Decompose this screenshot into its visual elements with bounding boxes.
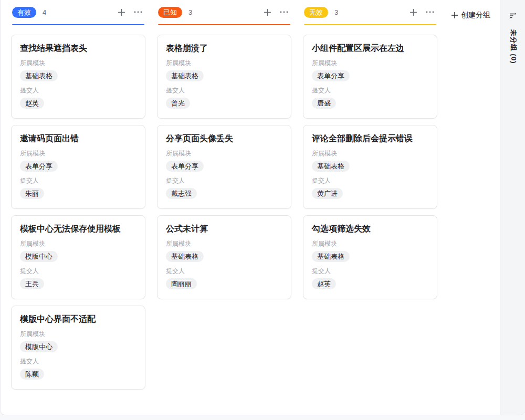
add-card-button[interactable] <box>261 6 274 18</box>
card-title: 小组件配置区展示在左边 <box>312 43 428 54</box>
group-cards: 表格崩溃了 所属模块 基础表格 提交人 曾光 分享页面头像丢失 所属模块 表单分… <box>157 25 291 299</box>
module-tag: 基础表格 <box>312 251 350 262</box>
add-card-button[interactable] <box>407 6 419 18</box>
submitter-field-label: 提交人 <box>312 267 428 275</box>
group-status-badge: 无效 <box>304 7 328 18</box>
ungrouped-collapsed-group[interactable]: 未分组 (0) <box>500 0 525 415</box>
module-field-label: 所属模块 <box>166 59 282 67</box>
group-cards: 查找结果遮挡表头 所属模块 基础表格 提交人 赵英 邀请码页面出错 所属模块 表… <box>11 25 145 390</box>
collapse-groups-icon[interactable] <box>507 9 519 22</box>
group-list: 有效 4 查找结果遮挡表头 所属模块 基础表格 提交人 赵英 邀请码页面出错 所… <box>11 0 437 390</box>
more-icon[interactable] <box>424 6 436 18</box>
module-field-label: 所属模块 <box>166 150 282 157</box>
submitter-tag: 陈颖 <box>20 369 44 380</box>
add-card-button[interactable] <box>115 6 128 18</box>
kanban-card[interactable]: 分享页面头像丢失 所属模块 表单分享 提交人 戴志强 <box>157 125 291 209</box>
group-header: 无效 3 <box>303 0 437 24</box>
submitter-tag: 王兵 <box>20 278 44 289</box>
submitter-field-label: 提交人 <box>20 358 136 365</box>
kanban-group-column: 已知 3 表格崩溃了 所属模块 基础表格 提交人 曾光 分享页面头像丢失 所属模… <box>157 0 291 390</box>
card-title: 评论全部删除后会提示错误 <box>312 133 428 144</box>
kanban-card[interactable]: 公式未计算 所属模块 基础表格 提交人 陶丽丽 <box>157 215 291 299</box>
more-icon[interactable] <box>278 6 290 18</box>
submitter-field-label: 提交人 <box>20 177 136 184</box>
submitter-tag: 赵英 <box>312 278 336 289</box>
more-icon[interactable] <box>132 6 144 18</box>
card-title: 公式未计算 <box>166 223 282 235</box>
card-title: 表格崩溃了 <box>166 43 282 54</box>
module-field-label: 所属模块 <box>312 150 428 157</box>
module-field-label: 所属模块 <box>20 330 136 338</box>
module-tag: 表单分享 <box>312 70 350 81</box>
group-cards: 小组件配置区展示在左边 所属模块 表单分享 提交人 唐盛 评论全部删除后会提示错… <box>303 25 437 299</box>
module-field-label: 所属模块 <box>20 240 136 247</box>
module-field-label: 所属模块 <box>20 150 136 157</box>
card-title: 分享页面头像丢失 <box>166 133 282 144</box>
submitter-tag: 唐盛 <box>312 98 336 109</box>
submitter-tag: 陶丽丽 <box>166 278 197 289</box>
card-title: 模板中心无法保存使用模板 <box>20 223 136 235</box>
card-title: 邀请码页面出错 <box>20 133 136 144</box>
submitter-tag: 曾光 <box>166 98 190 109</box>
submitter-field-label: 提交人 <box>312 177 428 184</box>
submitter-field-label: 提交人 <box>166 177 282 184</box>
kanban-card[interactable]: 模版中心界面不适配 所属模块 模版中心 提交人 陈颖 <box>11 306 145 390</box>
module-tag: 基础表格 <box>166 70 204 81</box>
kanban-card[interactable]: 邀请码页面出错 所属模块 表单分享 提交人 朱丽 <box>11 125 145 209</box>
group-status-badge: 已知 <box>158 7 182 18</box>
plus-icon <box>451 12 458 19</box>
module-field-label: 所属模块 <box>312 240 428 247</box>
create-group-label: 创建分组 <box>461 10 490 20</box>
kanban-group-column: 有效 4 查找结果遮挡表头 所属模块 基础表格 提交人 赵英 邀请码页面出错 所… <box>11 0 145 390</box>
module-tag: 基础表格 <box>312 161 350 172</box>
kanban-group-column: 无效 3 小组件配置区展示在左边 所属模块 表单分享 提交人 唐盛 评论全部删除… <box>303 0 437 390</box>
module-tag: 基础表格 <box>20 70 58 81</box>
card-title: 勾选项筛选失效 <box>312 223 428 235</box>
module-field-label: 所属模块 <box>312 59 428 67</box>
module-field-label: 所属模块 <box>166 240 282 247</box>
card-title: 查找结果遮挡表头 <box>20 43 136 54</box>
submitter-tag: 戴志强 <box>166 188 197 199</box>
kanban-card[interactable]: 查找结果遮挡表头 所属模块 基础表格 提交人 赵英 <box>11 35 145 119</box>
group-card-count: 3 <box>188 8 192 16</box>
group-header: 已知 3 <box>157 0 291 24</box>
group-card-count: 4 <box>43 8 46 16</box>
submitter-field-label: 提交人 <box>312 87 428 94</box>
kanban-card[interactable]: 勾选项筛选失效 所属模块 基础表格 提交人 赵英 <box>303 215 437 299</box>
submitter-field-label: 提交人 <box>166 87 282 94</box>
kanban-card[interactable]: 表格崩溃了 所属模块 基础表格 提交人 曾光 <box>157 35 291 119</box>
module-tag: 表单分享 <box>20 161 58 172</box>
create-group-button[interactable]: 创建分组 <box>451 9 490 22</box>
module-tag: 模版中心 <box>20 251 58 262</box>
card-title: 模版中心界面不适配 <box>20 313 136 325</box>
module-tag: 基础表格 <box>166 251 204 262</box>
submitter-field-label: 提交人 <box>20 267 136 275</box>
submitter-field-label: 提交人 <box>20 87 136 94</box>
submitter-field-label: 提交人 <box>166 267 282 275</box>
kanban-card[interactable]: 小组件配置区展示在左边 所属模块 表单分享 提交人 唐盛 <box>303 35 437 119</box>
kanban-card[interactable]: 模板中心无法保存使用模板 所属模块 模版中心 提交人 王兵 <box>11 215 145 299</box>
module-tag: 模版中心 <box>20 341 58 352</box>
submitter-tag: 赵英 <box>20 98 44 109</box>
submitter-tag: 朱丽 <box>20 188 44 199</box>
module-tag: 表单分享 <box>166 161 204 172</box>
kanban-view: 有效 4 查找结果遮挡表头 所属模块 基础表格 提交人 赵英 邀请码页面出错 所… <box>0 0 525 415</box>
kanban-board: 有效 4 查找结果遮挡表头 所属模块 基础表格 提交人 赵英 邀请码页面出错 所… <box>11 0 437 415</box>
group-header: 有效 4 <box>11 0 145 24</box>
ungrouped-label: 未分组 (0) <box>509 29 518 64</box>
group-card-count: 3 <box>334 8 338 16</box>
kanban-card[interactable]: 评论全部删除后会提示错误 所属模块 基础表格 提交人 黄广进 <box>303 125 437 209</box>
module-field-label: 所属模块 <box>20 59 136 67</box>
group-status-badge: 有效 <box>12 7 36 18</box>
submitter-tag: 黄广进 <box>312 188 343 199</box>
